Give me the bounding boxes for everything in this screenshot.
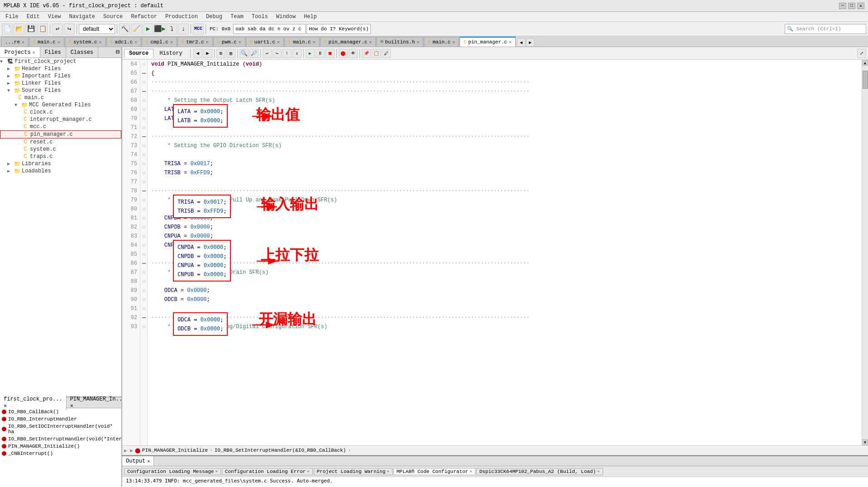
src-run-3[interactable]: ⏹ (326, 49, 335, 58)
sb-arrow-down[interactable]: ▼ (862, 439, 868, 445)
bp-81[interactable] (140, 214, 147, 223)
search-bar[interactable]: 🔍 Search (Ctrl+I) (785, 24, 866, 34)
menu-tools[interactable]: Tools (248, 13, 272, 21)
panel-window-button[interactable]: ⊟ (114, 47, 121, 57)
build-button[interactable]: 🔨 (119, 24, 130, 34)
bp-76[interactable] (140, 168, 147, 177)
src-btn-2[interactable]: ▤ (226, 49, 235, 58)
help-input[interactable]: How do I? Keyword(s) (307, 24, 371, 34)
menu-team[interactable]: Team (227, 13, 247, 21)
tab-main-c-1-close[interactable]: ✕ (58, 39, 60, 45)
sb-arrow-up[interactable]: ▲ (862, 60, 868, 66)
run-button[interactable]: ▶ (143, 24, 153, 34)
projects-tab-close[interactable]: ✕ (33, 50, 35, 55)
output-tab-output[interactable]: Output ✕ (122, 456, 154, 466)
tab-builtins-h[interactable]: H builtins.h ✕ (376, 37, 423, 47)
src-extra-2[interactable]: 📋 (372, 49, 381, 58)
src-step-4[interactable]: ⇕ (293, 49, 302, 58)
tab-classes[interactable]: Classes (66, 47, 98, 57)
tree-system-c[interactable]: C system.c (0, 146, 121, 153)
bp-93[interactable] (140, 322, 147, 331)
bp-72[interactable] (140, 132, 147, 141)
tree-traps-c[interactable]: C traps.c (0, 153, 121, 160)
tab-pin-manager-c-active-close[interactable]: ✕ (509, 39, 512, 45)
bp-85[interactable] (140, 250, 147, 259)
bp-68[interactable] (140, 96, 147, 105)
bp-64[interactable] (140, 60, 147, 69)
menu-window[interactable]: Window (273, 13, 299, 21)
tree-libraries[interactable]: ▶ 📁 Libraries (0, 160, 121, 167)
tab-adc1-c[interactable]: C adc1.c ✕ (106, 37, 142, 47)
bp-66[interactable] (140, 78, 147, 87)
breadcrumb-func2[interactable]: IO_RB0_SetInterruptHandler(&IO_RB0_CallB… (215, 448, 346, 453)
tab-tmr2-c[interactable]: C tmr2.c ✕ (177, 37, 213, 47)
symbol-io-rb0-interrupt-handler[interactable]: IO_RB0_InterruptHandler (0, 415, 121, 423)
tab-uart1-c-close[interactable]: ✕ (277, 39, 280, 45)
sb-thumb[interactable] (863, 71, 868, 89)
symbol-io-rb0-set-ioc[interactable]: IO_RB0_SetIOCInterruptHandler(void* ha (0, 423, 121, 435)
step-over-button[interactable]: ⤵ (166, 24, 177, 34)
bp-75[interactable] (140, 159, 147, 168)
save-all-button[interactable]: 📋 (37, 24, 48, 34)
bp-69[interactable] (140, 105, 147, 114)
tab-system-c[interactable]: C system.c ✕ (65, 37, 106, 47)
menu-view[interactable]: View (44, 13, 65, 21)
tab-main-c-2[interactable]: C main.c ✕ (284, 37, 320, 47)
src-run-2[interactable]: ⏸ (316, 49, 325, 58)
tree-important-files[interactable]: ▶ 📁 Important Files (0, 72, 121, 80)
menu-file[interactable]: File (2, 13, 22, 21)
inner-tab-4-close[interactable]: ✕ (470, 469, 472, 474)
tab-pwm-c[interactable]: C pwm.c ✕ (213, 37, 245, 47)
save-button[interactable]: 💾 (25, 24, 36, 34)
tab-main-c-2-close[interactable]: ✕ (312, 39, 315, 45)
inner-tab-project-warning[interactable]: Project Loading Warning ✕ (314, 468, 393, 475)
mcc-button[interactable]: MCC (193, 24, 204, 34)
minimize-button[interactable]: ─ (839, 3, 846, 9)
src-extra-3[interactable]: 🖊 (382, 49, 391, 58)
inner-tab-1-close[interactable]: ✕ (215, 469, 217, 474)
menu-production[interactable]: Production (162, 13, 201, 21)
bp-70[interactable] (140, 114, 147, 123)
redo-button[interactable]: ↪ (64, 24, 75, 34)
bp-87[interactable] (140, 268, 147, 277)
src-btn-1[interactable]: ⊞ (216, 49, 225, 58)
bp-79[interactable] (140, 196, 147, 205)
bp-84[interactable] (140, 241, 147, 250)
inner-tab-build[interactable]: Dspic33CK64MP102_Pabus_A2 (Build, Load) … (476, 468, 603, 475)
src-back-button[interactable]: ◀ (193, 49, 202, 58)
inner-tab-3-close[interactable]: ✕ (387, 469, 389, 474)
src-expand[interactable]: ⤢ (857, 49, 866, 58)
tree-root[interactable]: ▼ 🏗 first_clock_project (0, 58, 121, 65)
inner-tab-mcc[interactable]: MPLAB® Code Configurator ✕ (393, 468, 475, 475)
src-step-1[interactable]: ↩ (263, 49, 272, 58)
close-button[interactable]: ✕ (857, 3, 864, 9)
tree-main-c[interactable]: C main.c (0, 94, 121, 101)
tree-interrupt-manager-c[interactable]: C interrupt_manager.c (0, 116, 121, 123)
menu-debug[interactable]: Debug (202, 13, 226, 21)
bp-90[interactable] (140, 295, 147, 304)
history-tab[interactable]: History (154, 49, 187, 58)
src-extra-1[interactable]: 📌 (362, 49, 371, 58)
menu-navigate[interactable]: Navigate (65, 13, 99, 21)
breadcrumb-func1[interactable]: PIN_MANAGER_Initialize (142, 448, 208, 453)
maximize-button[interactable]: □ (848, 3, 855, 9)
tab-re[interactable]: ...re ✕ (1, 37, 29, 47)
src-forward-button[interactable]: ▶ (203, 49, 212, 58)
tab-cmpl-c[interactable]: C cmpl.c ✕ (142, 37, 177, 47)
menu-edit[interactable]: Edit (23, 13, 43, 21)
symbol-io-rb0-callback[interactable]: IO_RB0_CallBack() (0, 408, 121, 415)
symbol-pin-manager-init[interactable]: PIN_MANAGER_Initialize() (0, 443, 121, 450)
v-scrollbar[interactable]: ▲ ▼ (862, 60, 868, 445)
tree-clock-c[interactable]: C clock.c (0, 109, 121, 116)
bp-89[interactable] (140, 286, 147, 295)
tab-pwm-c-close[interactable]: ✕ (239, 39, 241, 45)
bp-74[interactable] (140, 150, 147, 159)
tree-mcc-c[interactable]: C mcc.c (0, 123, 121, 130)
source-tab[interactable]: Source (124, 49, 153, 58)
tab-pin-manager-c-active[interactable]: C pin_manager.c ✕ (460, 37, 516, 47)
bp-83[interactable] (140, 232, 147, 241)
tree-source-files[interactable]: ▼ 📁 Source Files (0, 87, 121, 94)
tab-builtins-h-close[interactable]: ✕ (417, 39, 419, 45)
tab-scroll-left[interactable]: ◀ (517, 38, 525, 47)
bp-73[interactable] (140, 141, 147, 150)
